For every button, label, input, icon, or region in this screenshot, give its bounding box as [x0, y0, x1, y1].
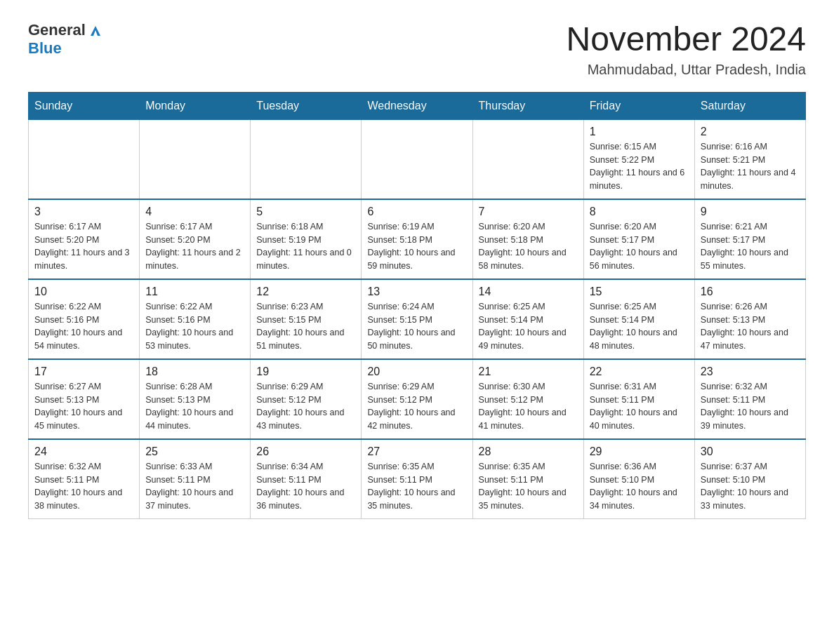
logo-triangle-icon — [88, 23, 103, 39]
table-row — [251, 119, 362, 199]
day-info: Sunrise: 6:31 AMSunset: 5:11 PMDaylight:… — [590, 380, 689, 433]
day-number: 15 — [590, 286, 689, 298]
day-info: Sunrise: 6:16 AMSunset: 5:21 PMDaylight:… — [701, 140, 800, 193]
day-info: Sunrise: 6:32 AMSunset: 5:11 PMDaylight:… — [701, 380, 800, 433]
day-number: 19 — [256, 365, 355, 378]
table-row — [362, 119, 472, 199]
day-number: 17 — [34, 365, 133, 378]
day-info: Sunrise: 6:30 AMSunset: 5:12 PMDaylight:… — [479, 380, 578, 433]
table-row: 23Sunrise: 6:32 AMSunset: 5:11 PMDayligh… — [694, 359, 805, 439]
day-info: Sunrise: 6:33 AMSunset: 5:11 PMDaylight:… — [145, 460, 244, 513]
table-row: 29Sunrise: 6:36 AMSunset: 5:10 PMDayligh… — [583, 439, 694, 519]
col-saturday: Saturday — [694, 92, 805, 119]
table-row: 28Sunrise: 6:35 AMSunset: 5:11 PMDayligh… — [472, 439, 583, 519]
col-monday: Monday — [140, 92, 251, 119]
day-info: Sunrise: 6:22 AMSunset: 5:16 PMDaylight:… — [145, 300, 244, 353]
table-row: 27Sunrise: 6:35 AMSunset: 5:11 PMDayligh… — [362, 439, 472, 519]
table-row: 8Sunrise: 6:20 AMSunset: 5:17 PMDaylight… — [583, 199, 694, 279]
day-info: Sunrise: 6:24 AMSunset: 5:15 PMDaylight:… — [367, 300, 466, 353]
calendar-week-row: 3Sunrise: 6:17 AMSunset: 5:20 PMDaylight… — [29, 199, 806, 279]
day-info: Sunrise: 6:32 AMSunset: 5:11 PMDaylight:… — [34, 460, 133, 513]
day-info: Sunrise: 6:18 AMSunset: 5:19 PMDaylight:… — [256, 220, 355, 273]
table-row: 24Sunrise: 6:32 AMSunset: 5:11 PMDayligh… — [29, 439, 140, 519]
day-info: Sunrise: 6:17 AMSunset: 5:20 PMDaylight:… — [145, 220, 244, 273]
day-info: Sunrise: 6:29 AMSunset: 5:12 PMDaylight:… — [256, 380, 355, 433]
table-row: 22Sunrise: 6:31 AMSunset: 5:11 PMDayligh… — [583, 359, 694, 439]
day-number: 21 — [479, 365, 578, 378]
logo-blue-text: Blue — [28, 39, 62, 57]
day-number: 7 — [479, 206, 578, 218]
day-info: Sunrise: 6:17 AMSunset: 5:20 PMDaylight:… — [34, 220, 133, 273]
day-info: Sunrise: 6:25 AMSunset: 5:14 PMDaylight:… — [590, 300, 689, 353]
table-row: 30Sunrise: 6:37 AMSunset: 5:10 PMDayligh… — [694, 439, 805, 519]
table-row: 20Sunrise: 6:29 AMSunset: 5:12 PMDayligh… — [362, 359, 472, 439]
day-number: 5 — [256, 206, 355, 218]
table-row: 6Sunrise: 6:19 AMSunset: 5:18 PMDaylight… — [362, 199, 472, 279]
day-number: 4 — [145, 206, 244, 218]
location-title: Mahmudabad, Uttar Pradesh, India — [566, 62, 806, 78]
day-number: 25 — [145, 445, 244, 458]
table-row: 14Sunrise: 6:25 AMSunset: 5:14 PMDayligh… — [472, 279, 583, 359]
day-number: 12 — [256, 286, 355, 298]
day-number: 14 — [479, 286, 578, 298]
table-row: 15Sunrise: 6:25 AMSunset: 5:14 PMDayligh… — [583, 279, 694, 359]
table-row: 12Sunrise: 6:23 AMSunset: 5:15 PMDayligh… — [251, 279, 362, 359]
calendar-week-row: 10Sunrise: 6:22 AMSunset: 5:16 PMDayligh… — [29, 279, 806, 359]
day-number: 13 — [367, 286, 466, 298]
day-info: Sunrise: 6:26 AMSunset: 5:13 PMDaylight:… — [701, 300, 800, 353]
logo: General Blue — [28, 21, 103, 58]
table-row: 25Sunrise: 6:33 AMSunset: 5:11 PMDayligh… — [140, 439, 251, 519]
table-row: 21Sunrise: 6:30 AMSunset: 5:12 PMDayligh… — [472, 359, 583, 439]
calendar-week-row: 24Sunrise: 6:32 AMSunset: 5:11 PMDayligh… — [29, 439, 806, 519]
calendar-week-row: 17Sunrise: 6:27 AMSunset: 5:13 PMDayligh… — [29, 359, 806, 439]
month-title: November 2024 — [566, 21, 806, 58]
table-row: 16Sunrise: 6:26 AMSunset: 5:13 PMDayligh… — [694, 279, 805, 359]
day-number: 18 — [145, 365, 244, 378]
day-number: 30 — [701, 445, 800, 458]
day-info: Sunrise: 6:37 AMSunset: 5:10 PMDaylight:… — [701, 460, 800, 513]
day-info: Sunrise: 6:25 AMSunset: 5:14 PMDaylight:… — [479, 300, 578, 353]
table-row: 5Sunrise: 6:18 AMSunset: 5:19 PMDaylight… — [251, 199, 362, 279]
col-friday: Friday — [583, 92, 694, 119]
table-row: 17Sunrise: 6:27 AMSunset: 5:13 PMDayligh… — [29, 359, 140, 439]
day-number: 9 — [701, 206, 800, 218]
table-row: 19Sunrise: 6:29 AMSunset: 5:12 PMDayligh… — [251, 359, 362, 439]
day-info: Sunrise: 6:29 AMSunset: 5:12 PMDaylight:… — [367, 380, 466, 433]
day-number: 24 — [34, 445, 133, 458]
day-info: Sunrise: 6:22 AMSunset: 5:16 PMDaylight:… — [34, 300, 133, 353]
day-number: 22 — [590, 365, 689, 378]
calendar-table: Sunday Monday Tuesday Wednesday Thursday… — [28, 92, 806, 519]
day-number: 29 — [590, 445, 689, 458]
day-info: Sunrise: 6:28 AMSunset: 5:13 PMDaylight:… — [145, 380, 244, 433]
day-number: 27 — [367, 445, 466, 458]
table-row: 1Sunrise: 6:15 AMSunset: 5:22 PMDaylight… — [583, 119, 694, 199]
table-row: 9Sunrise: 6:21 AMSunset: 5:17 PMDaylight… — [694, 199, 805, 279]
table-row: 13Sunrise: 6:24 AMSunset: 5:15 PMDayligh… — [362, 279, 472, 359]
day-number: 26 — [256, 445, 355, 458]
title-area: November 2024 Mahmudabad, Uttar Pradesh,… — [566, 21, 806, 78]
table-row — [140, 119, 251, 199]
header: General Blue November 2024 Mahmudabad, U… — [28, 21, 806, 78]
table-row: 7Sunrise: 6:20 AMSunset: 5:18 PMDaylight… — [472, 199, 583, 279]
day-info: Sunrise: 6:20 AMSunset: 5:18 PMDaylight:… — [479, 220, 578, 273]
table-row: 4Sunrise: 6:17 AMSunset: 5:20 PMDaylight… — [140, 199, 251, 279]
day-info: Sunrise: 6:20 AMSunset: 5:17 PMDaylight:… — [590, 220, 689, 273]
day-number: 1 — [590, 126, 689, 138]
logo-general-text: General — [28, 21, 86, 39]
day-number: 10 — [34, 286, 133, 298]
col-thursday: Thursday — [472, 92, 583, 119]
table-row: 26Sunrise: 6:34 AMSunset: 5:11 PMDayligh… — [251, 439, 362, 519]
col-tuesday: Tuesday — [251, 92, 362, 119]
day-number: 8 — [590, 206, 689, 218]
table-row — [29, 119, 140, 199]
day-number: 28 — [479, 445, 578, 458]
day-number: 2 — [701, 126, 800, 138]
day-number: 3 — [34, 206, 133, 218]
day-info: Sunrise: 6:23 AMSunset: 5:15 PMDaylight:… — [256, 300, 355, 353]
table-row — [472, 119, 583, 199]
table-row: 3Sunrise: 6:17 AMSunset: 5:20 PMDaylight… — [29, 199, 140, 279]
day-info: Sunrise: 6:36 AMSunset: 5:10 PMDaylight:… — [590, 460, 689, 513]
calendar-week-row: 1Sunrise: 6:15 AMSunset: 5:22 PMDaylight… — [29, 119, 806, 199]
day-number: 11 — [145, 286, 244, 298]
day-info: Sunrise: 6:15 AMSunset: 5:22 PMDaylight:… — [590, 140, 689, 193]
